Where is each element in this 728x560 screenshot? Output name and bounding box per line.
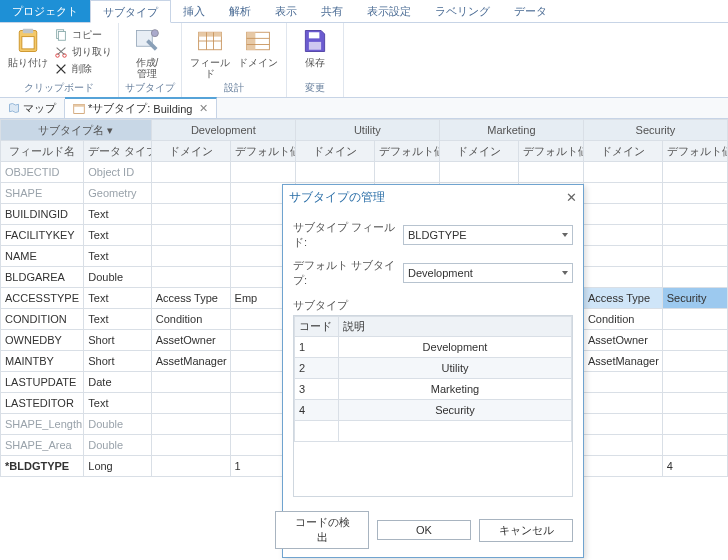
cell[interactable] <box>662 351 727 372</box>
column-header[interactable]: データ タイプ <box>84 141 152 162</box>
cell[interactable] <box>662 225 727 246</box>
cell[interactable]: AssetManager <box>151 351 230 372</box>
cell[interactable]: ACCESSTYPE <box>1 288 84 309</box>
cell[interactable] <box>151 435 230 456</box>
column-header[interactable]: ドメイン <box>439 141 518 162</box>
cell[interactable]: NAME <box>1 246 84 267</box>
cell[interactable] <box>583 435 662 456</box>
ribbon-tab-5[interactable]: 共有 <box>309 0 355 22</box>
tab-subtype-building[interactable]: *サブタイプ: Building ✕ <box>65 97 217 118</box>
column-header[interactable]: デフォルト値 <box>662 141 727 162</box>
list-item[interactable]: 3Marketing <box>295 379 572 400</box>
cell[interactable]: MAINTBY <box>1 351 84 372</box>
cell[interactable]: Double <box>84 414 152 435</box>
cancel-button[interactable]: キャンセル <box>479 519 573 542</box>
cut-button[interactable]: 切り取り <box>54 44 112 60</box>
cell[interactable]: *BLDGTYPE <box>1 456 84 477</box>
group-header[interactable]: Marketing <box>439 120 583 141</box>
cell[interactable]: Long <box>84 456 152 477</box>
list-item[interactable]: 2Utility <box>295 358 572 379</box>
cell[interactable] <box>151 372 230 393</box>
cell[interactable]: BLDGAREA <box>1 267 84 288</box>
cell[interactable] <box>151 267 230 288</box>
cell[interactable]: Date <box>84 372 152 393</box>
cell[interactable] <box>662 393 727 414</box>
cell[interactable]: LASTUPDATE <box>1 372 84 393</box>
ribbon-tab-2[interactable]: 挿入 <box>171 0 217 22</box>
cell[interactable] <box>662 372 727 393</box>
cell[interactable] <box>662 309 727 330</box>
cell[interactable]: Text <box>84 204 152 225</box>
cell[interactable]: FACILITYKEY <box>1 225 84 246</box>
column-header[interactable]: フィールド名 <box>1 141 84 162</box>
copy-button[interactable]: コピー <box>54 27 112 43</box>
column-header[interactable]: ドメイン <box>295 141 374 162</box>
paste-button[interactable]: 貼り付け <box>6 25 50 80</box>
ribbon-tab-1[interactable]: サブタイプ <box>90 0 171 23</box>
cell[interactable]: Text <box>84 309 152 330</box>
cell[interactable] <box>583 162 662 183</box>
cell[interactable]: 4 <box>295 400 339 421</box>
column-header[interactable]: コード <box>295 317 339 337</box>
cell[interactable] <box>583 204 662 225</box>
ribbon-tab-7[interactable]: ラベリング <box>423 0 502 22</box>
close-icon[interactable]: ✕ <box>566 190 577 205</box>
column-header[interactable]: デフォルト値 <box>374 141 439 162</box>
cell[interactable] <box>583 414 662 435</box>
cell[interactable] <box>339 421 572 442</box>
cell[interactable] <box>583 393 662 414</box>
cell[interactable]: Development <box>339 337 572 358</box>
cell[interactable] <box>151 414 230 435</box>
group-header[interactable]: Security <box>583 120 727 141</box>
cell[interactable] <box>583 183 662 204</box>
cell[interactable]: AssetOwner <box>583 330 662 351</box>
cell[interactable] <box>662 246 727 267</box>
cell[interactable] <box>583 225 662 246</box>
cell[interactable] <box>151 456 230 477</box>
delete-button[interactable]: 削除 <box>54 61 112 77</box>
cell[interactable] <box>151 183 230 204</box>
save-button[interactable]: 保存 <box>293 25 337 80</box>
column-header[interactable]: デフォルト値 <box>518 141 583 162</box>
cell[interactable]: 4 <box>662 456 727 477</box>
cell[interactable] <box>662 267 727 288</box>
cell[interactable] <box>295 162 374 183</box>
cell[interactable] <box>151 162 230 183</box>
domain-button[interactable]: ドメイン <box>236 25 280 80</box>
cell[interactable]: Text <box>84 288 152 309</box>
cell[interactable]: CONDITION <box>1 309 84 330</box>
cell[interactable]: Condition <box>151 309 230 330</box>
cell[interactable]: Marketing <box>339 379 572 400</box>
cell[interactable] <box>230 162 295 183</box>
cell[interactable] <box>662 435 727 456</box>
cell[interactable]: Short <box>84 351 152 372</box>
ribbon-tab-6[interactable]: 表示設定 <box>355 0 423 22</box>
cell[interactable]: AssetOwner <box>151 330 230 351</box>
ok-button[interactable]: OK <box>377 520 471 540</box>
cell[interactable] <box>151 225 230 246</box>
create-manage-button[interactable]: 作成/ 管理 <box>125 25 169 80</box>
cell[interactable]: Text <box>84 393 152 414</box>
cell[interactable] <box>151 246 230 267</box>
cell[interactable] <box>583 372 662 393</box>
table-row[interactable]: OBJECTIDObject ID <box>1 162 728 183</box>
ribbon-tab-0[interactable]: プロジェクト <box>0 0 90 22</box>
cell[interactable]: 1 <box>295 337 339 358</box>
cell[interactable]: SHAPE_Length <box>1 414 84 435</box>
ribbon-tab-4[interactable]: 表示 <box>263 0 309 22</box>
cell[interactable]: SHAPE <box>1 183 84 204</box>
cell[interactable]: Access Type <box>583 288 662 309</box>
cell[interactable]: LASTEDITOR <box>1 393 84 414</box>
group-header[interactable]: Utility <box>295 120 439 141</box>
subtype-field-combo[interactable]: BLDGTYPE <box>403 225 573 245</box>
cell[interactable]: Object ID <box>84 162 152 183</box>
cell[interactable] <box>662 330 727 351</box>
cell[interactable] <box>374 162 439 183</box>
ribbon-tab-8[interactable]: データ <box>502 0 559 22</box>
cell[interactable] <box>439 162 518 183</box>
list-item[interactable]: 1Development <box>295 337 572 358</box>
subtype-list-grid[interactable]: コード説明1Development2Utility3Marketing4Secu… <box>293 315 573 497</box>
cell[interactable] <box>662 204 727 225</box>
dialog-title-bar[interactable]: サブタイプの管理 ✕ <box>283 185 583 210</box>
tab-map[interactable]: マップ <box>0 99 65 118</box>
